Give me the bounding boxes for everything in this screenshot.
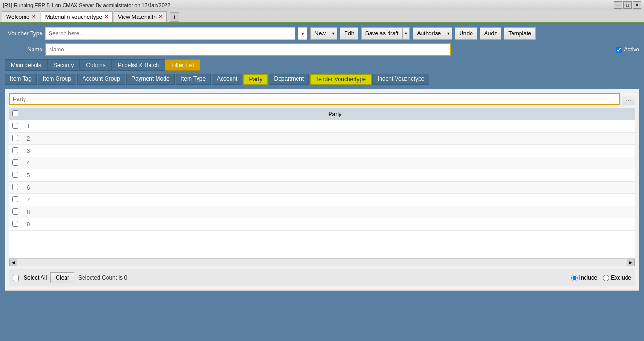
section-tabs-row: Main details Security Options Pricelist … [5,59,639,71]
save-as-draft-button[interactable]: Save as draft [361,27,403,40]
table-row: 4 [9,157,635,169]
table-row: 6 [9,182,635,194]
tab-options[interactable]: Options [80,59,111,71]
add-tab-button[interactable]: + [170,12,179,22]
tab-pricelist-batch[interactable]: Pricelist & Batch [112,59,165,71]
row-checkbox[interactable] [12,123,18,129]
clear-button[interactable]: Clear [50,272,74,283]
tab-filter-list[interactable]: Filter List [165,59,200,71]
undo-button[interactable]: Undo [455,27,477,40]
filter-tab-account-group[interactable]: Account Group [77,74,125,85]
edit-button[interactable]: Edit [340,27,358,40]
tab-materialin-vouchertype[interactable]: MaterialIn vouchertype ✕ [41,11,113,22]
table-body: 123456789 [9,120,635,231]
exclude-radio-label[interactable]: Exclude [603,274,631,281]
save-as-draft-dropdown-arrow[interactable]: ▼ [402,27,410,40]
row-checkbox[interactable] [12,184,18,190]
row-party-cell [35,157,635,169]
row-checkbox[interactable] [12,172,18,178]
tab-view-materialin[interactable]: View MaterialIn ✕ [114,11,167,22]
maximize-button[interactable]: □ [623,1,632,9]
select-all-label: Select All [24,274,47,281]
filter-tab-item-tag[interactable]: Item Tag [5,74,37,85]
party-search-input[interactable] [9,93,620,105]
table-row: 9 [9,218,635,231]
table-header-checkbox [9,108,21,120]
table-header-rownum [21,108,35,120]
title-bar: [R1] Running ERP 5.1 on CMAX Server By a… [0,0,644,10]
party-search-button[interactable]: ... [622,93,635,105]
authorise-split-button: Authorise ▼ [413,27,452,40]
table-row: 2 [9,133,635,145]
filter-tab-account[interactable]: Account [212,74,242,85]
filter-tab-tender-vouchertype[interactable]: Tender Vouchertype [310,74,372,85]
name-input[interactable] [45,43,451,56]
filter-tab-item-type[interactable]: Item Type [176,74,211,85]
tab-welcome-close[interactable]: ✕ [32,14,36,20]
filter-tab-payment-mode[interactable]: Payment Mode [126,74,175,85]
row-number: 6 [21,182,35,194]
row-checkbox[interactable] [12,147,18,153]
save-as-draft-split-button: Save as draft ▼ [361,27,410,40]
row-number: 3 [21,145,35,157]
select-all-checkbox[interactable] [13,275,19,281]
row-number: 9 [21,218,35,231]
row-checkbox[interactable] [12,208,18,215]
row-party-cell [35,218,635,231]
voucher-type-dropdown-button[interactable]: ▼ [298,27,307,40]
tab-security[interactable]: Security [47,59,80,71]
exclude-radio[interactable] [603,275,609,281]
row-number: 1 [21,120,35,133]
row-party-cell [35,194,635,206]
row-party-cell [35,182,635,194]
template-button[interactable]: Template [504,27,536,40]
scroll-right-button[interactable]: ► [627,258,635,266]
tab-view-close[interactable]: ✕ [158,14,163,20]
filter-tab-item-group[interactable]: Item Group [38,74,76,85]
horizontal-scrollbar[interactable]: ◄ ► [9,258,635,266]
voucher-type-search-input[interactable] [45,27,295,40]
new-dropdown-arrow[interactable]: ▼ [330,27,337,40]
title-text: [R1] Running ERP 5.1 on CMAX Server By a… [3,2,170,8]
scroll-track[interactable] [17,258,627,266]
row-checkbox[interactable] [12,196,18,202]
filter-tab-department[interactable]: Department [269,74,309,85]
row-number: 7 [21,194,35,206]
include-exclude-group: Include Exclude [571,274,631,281]
table-row: 3 [9,145,635,157]
filter-tab-party[interactable]: Party [243,74,268,85]
minimize-button[interactable]: ─ [614,1,622,9]
row-number: 5 [21,169,35,182]
authorise-dropdown-arrow[interactable]: ▼ [445,27,452,40]
include-radio[interactable] [571,275,578,281]
main-area: Voucher Type ▼ New ▼ Edit Save as draft … [0,23,644,341]
name-label: Name [5,46,42,53]
row-checkbox[interactable] [12,221,18,227]
row-party-cell [35,169,635,182]
tab-welcome[interactable]: Welcome ✕ [2,11,40,22]
new-button[interactable]: New [310,27,330,40]
audit-button[interactable]: Audit [480,27,501,40]
table-header-party: Party [35,108,635,120]
table-row: 5 [9,169,635,182]
data-table-wrapper[interactable]: Party 123456789 [9,108,635,259]
table-row: 7 [9,194,635,206]
table-header-checkbox-input[interactable] [12,110,18,116]
table-row: 1 [9,120,635,133]
row-checkbox[interactable] [12,159,18,166]
row-party-cell [35,133,635,145]
tab-main-details[interactable]: Main details [5,59,47,71]
include-radio-label[interactable]: Include [571,274,598,281]
close-button[interactable]: ✕ [633,1,641,9]
active-checkbox[interactable] [616,47,622,53]
tab-materialin-close[interactable]: ✕ [104,14,108,20]
authorise-button[interactable]: Authorise [413,27,445,40]
panel-search-row: ... [9,93,635,105]
row-checkbox[interactable] [12,135,18,141]
filter-tab-indent-vouchetype[interactable]: Indent Vouchetype [372,74,429,85]
scroll-left-button[interactable]: ◄ [9,258,17,266]
voucher-type-label: Voucher Type [5,30,42,37]
name-row: Name Active [5,43,639,56]
tab-materialin-label: MaterialIn vouchertype [45,14,102,20]
bottom-bar: Select All Clear Selected Count is 0 Inc… [9,269,635,286]
